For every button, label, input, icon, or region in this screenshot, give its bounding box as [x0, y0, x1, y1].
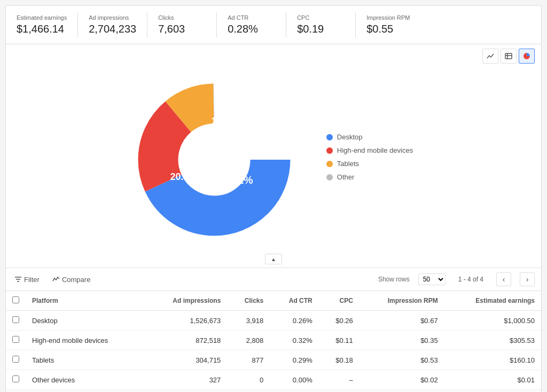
svg-rect-0 — [505, 53, 512, 59]
cell-earnings: $1,000.50 — [444, 311, 541, 331]
table-row: High-end mobile devices 872,518 2,808 0.… — [6, 331, 541, 350]
totals-clicks: 7,603 — [227, 390, 270, 393]
col-checkbox — [6, 291, 26, 311]
legend-mobile: High-end mobile devices — [326, 146, 413, 154]
pagination-info: 1 - 4 of 4 — [458, 276, 483, 283]
row-checkbox-cell[interactable] — [6, 370, 26, 390]
col-ctr: Ad CTR — [270, 291, 319, 311]
compare-button[interactable]: Compare — [50, 275, 92, 285]
cell-platform: Desktop — [26, 311, 145, 331]
legend-label-tablets: Tablets — [337, 160, 359, 168]
stat-label: Clicks — [158, 14, 206, 21]
cell-impressions: 1,526,673 — [145, 311, 227, 331]
cell-ctr: 0.32% — [270, 331, 319, 350]
cell-ctr: 0.26% — [270, 311, 319, 331]
show-rows-label: Show rows — [378, 276, 410, 283]
data-table: Platform Ad impressions Clicks Ad CTR CP… — [6, 291, 541, 392]
donut-chart: 68.2% 20.8% 10.9% — [134, 80, 294, 240]
totals-checkbox-cell — [6, 390, 26, 393]
stats-bar: Estimated earnings $1,466.14 Ad impressi… — [6, 6, 541, 44]
prev-page-button[interactable]: ‹ — [496, 272, 511, 286]
row-checkbox-cell[interactable] — [6, 311, 26, 331]
table-btn[interactable] — [501, 49, 517, 64]
stat-value: $0.55 — [366, 23, 415, 35]
row-checkbox-2[interactable] — [12, 356, 19, 363]
donut-svg: 68.2% 20.8% 10.9% — [134, 80, 294, 240]
col-impressions: Ad impressions — [145, 291, 227, 311]
col-clicks: Clicks — [227, 291, 270, 311]
cell-platform: Tablets — [26, 350, 145, 370]
legend-desktop: Desktop — [326, 133, 413, 141]
chart-controls — [6, 44, 541, 64]
stat-label: Impression RPM — [366, 14, 415, 21]
stat-item-impression-rpm: Impression RPM $0.55 — [356, 12, 425, 37]
table-row: Desktop 1,526,673 3,918 0.26% $0.26 $0.6… — [6, 311, 541, 331]
cell-clicks: 0 — [227, 370, 270, 390]
compare-label: Compare — [62, 276, 90, 284]
row-checkbox-0[interactable] — [12, 316, 19, 323]
label-mobile: 20.8% — [170, 171, 197, 182]
cell-earnings: $160.10 — [444, 350, 541, 370]
cell-earnings: $305.53 — [444, 331, 541, 350]
label-tablets: 10.9% — [211, 116, 236, 126]
table-row: Other devices 327 0 0.00% – $0.02 $0.01 — [6, 370, 541, 390]
cell-rpm: $0.67 — [360, 311, 444, 331]
cell-impressions: 304,715 — [145, 350, 227, 370]
stat-item-clicks: Clicks 7,603 — [147, 12, 217, 37]
collapse-button[interactable]: ▲ — [265, 254, 282, 264]
cell-platform: High-end mobile devices — [26, 331, 145, 350]
totals-impressions: 2,704,233 — [145, 390, 227, 393]
totals-ctr: 0.28% — [270, 390, 319, 393]
cell-earnings: $0.01 — [444, 370, 541, 390]
row-checkbox-cell[interactable] — [6, 331, 26, 350]
col-platform: Platform — [26, 291, 145, 311]
cell-clicks: 877 — [227, 350, 270, 370]
cell-cpc: $0.11 — [319, 331, 360, 350]
stat-label: Ad CTR — [228, 14, 275, 21]
row-checkbox-1[interactable] — [12, 336, 19, 343]
show-rows-select[interactable]: 50 100 25 — [418, 273, 446, 285]
cell-cpc: – — [319, 370, 360, 390]
next-page-button[interactable]: › — [520, 272, 535, 286]
stat-value: $0.19 — [297, 23, 345, 35]
stat-label: Estimated earnings — [17, 14, 67, 21]
cell-rpm: $0.53 — [360, 350, 444, 370]
compare-icon — [52, 276, 60, 283]
totals-label: Totals — [26, 390, 145, 393]
stat-item-ad-impressions: Ad impressions 2,704,233 — [78, 12, 147, 37]
legend-other: Other — [326, 173, 413, 181]
col-cpc: CPC — [319, 291, 360, 311]
chart-area: 68.2% 20.8% 10.9% Desktop High-end mobil… — [6, 64, 541, 250]
label-desktop: 68.2% — [223, 174, 253, 186]
legend-label-desktop: Desktop — [337, 133, 363, 141]
totals-earnings: $1,466.14 — [444, 390, 541, 393]
legend-dot-desktop — [326, 134, 333, 140]
stat-value: 0.28% — [228, 23, 275, 35]
cell-impressions: 327 — [145, 370, 227, 390]
col-rpm: Impression RPM — [360, 291, 444, 311]
stat-value: 7,603 — [158, 23, 206, 35]
cell-platform: Other devices — [26, 370, 145, 390]
pie-chart-btn[interactable] — [519, 49, 535, 64]
legend-label-other: Other — [337, 173, 355, 181]
cell-cpc: $0.18 — [319, 350, 360, 370]
cell-clicks: 3,918 — [227, 311, 270, 331]
chart-legend: Desktop High-end mobile devices Tablets … — [326, 133, 413, 186]
select-all-checkbox[interactable] — [12, 296, 19, 303]
stat-item-estimated-earnings: Estimated earnings $1,466.14 — [6, 12, 78, 37]
table-row: Tablets 304,715 877 0.29% $0.18 $0.53 $1… — [6, 350, 541, 370]
stat-value: $1,466.14 — [17, 23, 67, 35]
legend-tablets: Tablets — [326, 160, 413, 168]
filter-button[interactable]: Filter — [12, 275, 42, 285]
legend-dot-other — [326, 174, 333, 181]
stat-value: 2,704,233 — [89, 23, 136, 35]
legend-dot-tablets — [326, 161, 333, 167]
table-area: Filter Compare Show rows 50 100 25 1 - 4… — [6, 268, 541, 392]
row-checkbox-3[interactable] — [12, 375, 19, 382]
totals-row: Totals 2,704,233 7,603 0.28% $0.19 $0.55… — [6, 390, 541, 393]
stat-label: Ad impressions — [89, 14, 136, 21]
stat-label: CPC — [297, 14, 345, 21]
row-checkbox-cell[interactable] — [6, 350, 26, 370]
line-chart-btn[interactable] — [482, 49, 498, 64]
legend-dot-mobile — [326, 147, 333, 154]
